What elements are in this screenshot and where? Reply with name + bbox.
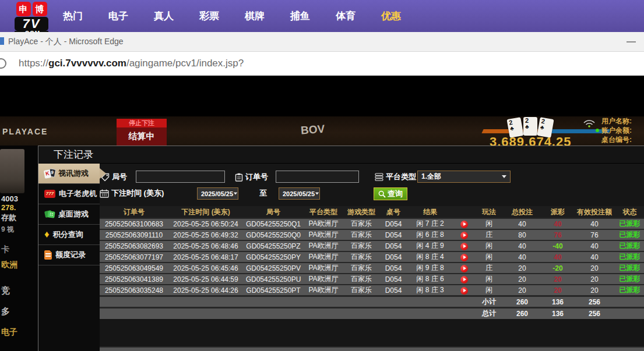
sidebar-item-live-games[interactable]: 9K 视讯游戏: [38, 164, 100, 184]
replay-button[interactable]: [460, 232, 468, 239]
nav-item-cards[interactable]: 棋牌: [245, 9, 265, 23]
account-balance-label: 账户余额:: [601, 126, 632, 135]
replay-button[interactable]: [460, 254, 468, 261]
sidebar-item-label: 视讯游戏: [58, 168, 89, 179]
cell-status: 已派彩: [615, 251, 644, 263]
cell-result: 闲 9 庄 8: [407, 263, 453, 274]
nav-item-fishing[interactable]: 捕鱼: [290, 9, 310, 23]
cell-game: 百家乐: [343, 263, 379, 274]
bg-fragment: 4003: [1, 194, 18, 203]
cell-round: GD054255250PZ: [243, 240, 304, 251]
cell-platform: PA欧洲厅: [304, 229, 343, 240]
nav-item-promo[interactable]: 优惠: [381, 9, 401, 23]
sidebar-item-points-query[interactable]: ♦ 积分查询: [38, 225, 100, 245]
platform-type-select[interactable]: 1.全部: [417, 171, 511, 183]
search-button[interactable]: 查询: [374, 187, 407, 200]
page-black-band: [0, 76, 644, 116]
cell-platform: PA欧洲厅: [304, 263, 343, 274]
sidebar-item-label: 电子老虎机: [59, 189, 97, 199]
cell-result: 闲 8 庄 3: [407, 285, 453, 296]
date-to-value: 2025/05/25: [283, 190, 315, 197]
col-round: 局号: [243, 206, 304, 218]
clipboard-icon: [235, 173, 243, 182]
browser-window: 申 博 7V .COM 热门 电子 真人 彩票 棋牌 捕鱼 体育 优惠 Play…: [0, 0, 644, 351]
minimize-button[interactable]: [627, 41, 636, 42]
cell-order: 250525063041389: [100, 274, 168, 285]
calendar-icon: [100, 189, 109, 198]
cell-round: GD054255250PU: [243, 274, 304, 285]
replay-button[interactable]: [460, 243, 468, 250]
cell-replay: [453, 240, 475, 251]
url-bar[interactable]: https://gci.7vvvvvv.com/agingame/pcv1/in…: [0, 52, 644, 76]
cell-round: GD054255250Q0: [243, 229, 304, 240]
account-info: 用户名称: 账户余额: 桌台编号:: [601, 116, 632, 144]
cell-status: 已派彩: [615, 263, 644, 274]
window-favicon: [0, 37, 4, 45]
url-text[interactable]: https://gci.7vvvvvv.com/agingame/pcv1/in…: [19, 58, 244, 69]
game-status-badge: 停止下注 结算中: [117, 119, 167, 146]
subtotal-total-bet: 260: [503, 296, 541, 308]
cell-status: 已派彩: [615, 274, 644, 285]
replay-button[interactable]: [460, 221, 468, 228]
nav-item-sports[interactable]: 体育: [336, 9, 356, 23]
reload-icon[interactable]: [0, 58, 6, 69]
cell-total: 80: [503, 229, 541, 240]
table-header-row: 订单号 下注时间 (美东) 局号 平台类型 游戏类型 桌号 结果 玩法 总投注 …: [100, 206, 644, 218]
sidebar-item-label: 额度记录: [55, 250, 86, 260]
cell-time: 2025-05-25 06:49:32: [168, 229, 243, 240]
nav-item-lottery[interactable]: 彩票: [199, 9, 219, 23]
cell-payout: 20: [541, 285, 574, 296]
bg-fragment: 278.: [1, 203, 16, 212]
col-valid: 有效投注额: [574, 206, 615, 218]
cell-order: 250525063100683: [100, 218, 168, 229]
col-payout: 派彩: [541, 206, 574, 218]
order-number-input[interactable]: [276, 171, 359, 183]
replay-button[interactable]: [460, 287, 468, 295]
cell-total: 40: [503, 240, 541, 251]
round-number-input[interactable]: [136, 171, 225, 183]
playing-cards-icon: 9K: [44, 169, 55, 179]
account-username-label: 用户名称:: [601, 116, 632, 126]
cell-result: 闲 6 庄 8: [407, 229, 453, 240]
bg-fragment: 竞: [1, 285, 10, 296]
table-row: 250525063082693 2025-05-25 06:48:46 GD05…: [100, 240, 644, 251]
cell-result: 闲 8 庄 4: [407, 251, 453, 263]
cell-replay: [453, 218, 475, 229]
sidebar-item-quota-records[interactable]: 额度记录: [38, 245, 100, 265]
bet-records-table: 订单号 下注时间 (美东) 局号 平台类型 游戏类型 桌号 结果 玩法 总投注 …: [100, 206, 644, 319]
cell-bet: 闲: [475, 251, 503, 263]
cell-game: 百家乐: [343, 285, 379, 296]
nav-item-live[interactable]: 真人: [154, 9, 174, 23]
sidebar-item-table-games[interactable]: ∷ 桌面游戏: [38, 204, 100, 225]
replay-button[interactable]: [460, 265, 468, 272]
table-row: 250525063100683 2025-05-25 06:50:24 GD05…: [100, 218, 644, 229]
date-from-select[interactable]: 2025/05/25: [197, 187, 238, 200]
sidebar-item-slot-machines[interactable]: 777 电子老虎机: [38, 184, 100, 204]
platform-type-value: 1.全部: [421, 172, 441, 182]
order-filter-label: 订单号: [235, 172, 268, 182]
nav-item-slots[interactable]: 电子: [108, 9, 128, 23]
date-to-select[interactable]: 2025/05/25: [279, 187, 320, 200]
slot-777-icon: 777: [44, 190, 55, 198]
cell-table: D054: [379, 285, 407, 296]
site-logo[interactable]: 申 博 7V .COM: [15, 2, 48, 36]
cell-bet: 闲: [475, 218, 503, 229]
col-time: 下注时间 (美东): [168, 206, 243, 218]
avatar: [0, 149, 24, 193]
window-title: PlayAce - 个人 - Microsoft Edge: [8, 37, 124, 47]
search-button-label: 查询: [388, 189, 403, 199]
cell-time: 2025-05-25 06:48:46: [168, 240, 243, 251]
playace-logo: PLAYACE: [2, 127, 48, 136]
modal-content: 局号 订单号 平台类型 1.全部: [100, 164, 644, 351]
col-replay: [453, 206, 475, 218]
nav-item-hot[interactable]: 热门: [63, 9, 83, 23]
cell-valid: 40: [574, 240, 615, 251]
cell-table: D054: [379, 218, 407, 229]
cell-platform: PA欧洲厅: [304, 218, 343, 229]
cell-order: 250525063035248: [100, 285, 168, 296]
cell-bet: 庄: [475, 229, 503, 240]
replay-button[interactable]: [460, 276, 468, 283]
search-icon: [378, 190, 386, 198]
cell-total: 40: [503, 251, 541, 263]
cell-payout: 76: [541, 229, 574, 240]
